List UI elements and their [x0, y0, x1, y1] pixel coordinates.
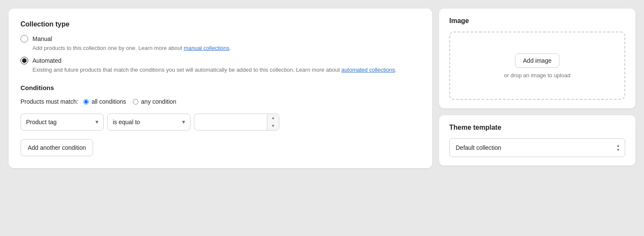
operator-wrapper: is equal to is not equal to starts with …: [107, 114, 190, 131]
operator-select[interactable]: is equal to is not equal to starts with …: [107, 114, 190, 131]
collection-type-radio-group: Manual Add products to this collection o…: [20, 35, 420, 74]
all-conditions-radio[interactable]: [83, 99, 89, 105]
match-row: Products must match: all conditions any …: [20, 98, 420, 105]
right-panel: Image Add image or drop an image to uplo…: [439, 9, 635, 166]
theme-template-title: Theme template: [449, 124, 625, 131]
upload-hint: or drop an image to upload: [504, 72, 570, 79]
any-condition-item[interactable]: any condition: [133, 98, 176, 105]
manual-label[interactable]: Manual: [32, 35, 52, 42]
image-upload-area[interactable]: Add image or drop an image to upload: [449, 32, 625, 100]
automated-collections-link[interactable]: automated collections: [341, 67, 395, 73]
manual-collections-link[interactable]: manual collections: [184, 45, 229, 51]
automated-radio[interactable]: [20, 57, 28, 64]
value-input-wrapper: ▲ ▼: [194, 114, 279, 131]
manual-option: Manual Add products to this collection o…: [20, 35, 420, 52]
condition-row: Product tag Product type Product vendor …: [20, 114, 420, 131]
all-conditions-item[interactable]: all conditions: [83, 98, 126, 105]
collection-type-title: Collection type: [20, 20, 420, 28]
value-input[interactable]: [194, 114, 279, 131]
all-conditions-label[interactable]: all conditions: [91, 98, 126, 105]
match-label: Products must match:: [20, 98, 78, 105]
add-image-button[interactable]: Add image: [515, 53, 560, 68]
automated-description: Existing and future products that match …: [32, 66, 420, 74]
automated-option: Automated Existing and future products t…: [20, 57, 420, 74]
match-radio-group: all conditions any condition: [83, 98, 176, 105]
any-condition-radio[interactable]: [133, 99, 138, 105]
add-condition-button[interactable]: Add another condition: [20, 139, 93, 156]
theme-template-select[interactable]: Default collection Custom collection: [449, 138, 625, 157]
product-tag-select[interactable]: Product tag Product type Product vendor …: [20, 114, 104, 131]
manual-description: Add products to this collection one by o…: [32, 44, 420, 52]
stepper-up-icon[interactable]: ▲: [267, 114, 279, 122]
any-condition-label[interactable]: any condition: [141, 98, 176, 105]
theme-template-card: Theme template Default collection Custom…: [439, 115, 635, 166]
manual-radio[interactable]: [20, 35, 28, 43]
image-card: Image Add image or drop an image to uplo…: [439, 9, 635, 108]
stepper-button[interactable]: ▲ ▼: [267, 114, 279, 130]
collection-type-panel: Collection type Manual Add products to t…: [9, 9, 432, 168]
image-title: Image: [449, 17, 625, 25]
theme-select-wrapper: Default collection Custom collection ▲ ▼: [449, 138, 625, 157]
stepper-down-icon[interactable]: ▼: [267, 122, 279, 130]
conditions-title: Conditions: [20, 84, 420, 91]
product-tag-wrapper: Product tag Product type Product vendor …: [20, 114, 104, 131]
automated-label[interactable]: Automated: [32, 57, 61, 64]
